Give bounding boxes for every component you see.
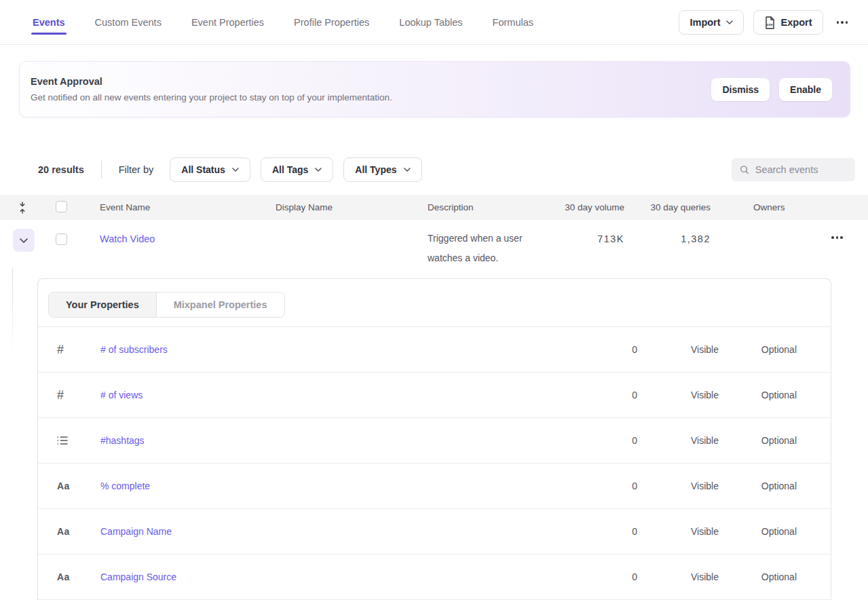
ellipsis-icon: [837, 21, 848, 24]
col-header-queries: 30 day queries: [624, 202, 711, 212]
property-volume: 0: [569, 344, 637, 355]
status-filter-dropdown[interactable]: All Status: [170, 157, 250, 182]
search-input[interactable]: [755, 164, 848, 175]
property-row: # # of views 0 Visible Optional: [38, 373, 831, 418]
tab-custom-events-label: Custom Events: [95, 17, 162, 28]
chevron-down-icon: [404, 168, 411, 172]
property-visibility: Visible: [637, 435, 719, 446]
property-requirement: Optional: [719, 390, 797, 400]
property-row: Aa % complete 0 Visible Optional: [38, 464, 831, 509]
collapse-all-cell[interactable]: [0, 202, 44, 214]
tags-filter-label: All Tags: [272, 164, 308, 175]
property-volume: 0: [569, 526, 637, 537]
active-tab-underline: [31, 33, 67, 35]
property-visibility: Visible: [637, 481, 719, 491]
property-row: Aa Campaign Name 0 Visible Optional: [38, 509, 831, 555]
text-type-icon: Aa: [38, 481, 100, 491]
row-expander-button[interactable]: [13, 229, 35, 252]
divider: [101, 161, 102, 179]
filter-bar: 20 results Filter by All Status All Tags…: [0, 157, 868, 182]
expanded-row-guide: [12, 269, 13, 357]
nav-actions: Import csv Export: [679, 10, 852, 35]
col-header-volume: 30 day volume: [556, 202, 624, 212]
import-button-label: Import: [690, 17, 720, 28]
table-header: Event Name Display Name Description 30 d…: [0, 195, 868, 220]
number-type-icon: #: [38, 343, 100, 357]
tab-event-properties[interactable]: Event Properties: [191, 0, 264, 44]
select-all-checkbox[interactable]: [56, 201, 67, 212]
svg-text:csv: csv: [766, 22, 773, 26]
property-requirement: Optional: [719, 481, 797, 491]
property-visibility: Visible: [637, 526, 719, 537]
col-header-owners: Owners: [711, 202, 812, 212]
types-filter-dropdown[interactable]: All Types: [343, 157, 421, 182]
chevron-down-icon: [726, 20, 733, 24]
table-row-watch-video: Watch Video Triggered when a user watche…: [0, 220, 868, 278]
list-type-icon: [38, 436, 100, 445]
tab-events[interactable]: Events: [33, 0, 65, 44]
property-name-link[interactable]: #hashtags: [100, 435, 145, 446]
filter-by-label: Filter by: [119, 164, 154, 175]
tab-formulas[interactable]: Formulas: [493, 0, 533, 44]
export-button[interactable]: csv Export: [753, 10, 823, 35]
properties-tabbar: Your Properties Mixpanel Properties: [38, 279, 831, 326]
description-cell: Triggered when a user watches a video.: [428, 229, 556, 268]
status-filter-label: All Status: [181, 164, 225, 175]
property-visibility: Visible: [637, 390, 719, 400]
properties-panel: Your Properties Mixpanel Properties # # …: [37, 278, 831, 600]
banner-description: Get notified on all new events entering …: [31, 92, 392, 102]
chevron-down-icon: [232, 168, 239, 172]
csv-file-icon: csv: [764, 16, 776, 29]
row-checkbox[interactable]: [56, 233, 67, 245]
properties-segmented-control: Your Properties Mixpanel Properties: [48, 292, 285, 318]
col-header-event-name: Event Name: [100, 202, 276, 212]
property-row: # # of subscribers 0 Visible Optional: [38, 327, 831, 373]
property-name-link[interactable]: Campaign Source: [100, 571, 176, 582]
property-name-link[interactable]: # of subscribers: [100, 344, 168, 355]
event-name-link[interactable]: Watch Video: [100, 233, 155, 244]
col-header-description: Description: [428, 202, 556, 212]
property-requirement: Optional: [719, 526, 797, 537]
chevron-down-icon: [315, 168, 322, 172]
property-requirement: Optional: [719, 435, 797, 446]
property-name-link[interactable]: # of views: [100, 390, 143, 400]
tab-custom-events[interactable]: Custom Events: [95, 0, 162, 44]
tab-formulas-label: Formulas: [493, 17, 533, 28]
results-count: 20 results: [38, 164, 84, 175]
tab-lookup-tables[interactable]: Lookup Tables: [399, 0, 462, 44]
row-more-menu-button[interactable]: [827, 236, 847, 239]
banner-text: Event Approval Get notified on all new e…: [20, 76, 392, 102]
queries-cell: 1,382: [624, 233, 711, 244]
property-name-link[interactable]: % complete: [100, 481, 150, 491]
import-button[interactable]: Import: [679, 10, 743, 35]
property-requirement: Optional: [719, 571, 797, 582]
dismiss-button[interactable]: Dismiss: [711, 78, 770, 101]
property-volume: 0: [569, 571, 637, 582]
tab-your-properties[interactable]: Your Properties: [49, 293, 157, 317]
tab-events-label: Events: [33, 17, 65, 28]
lexicon-events-page: Events Custom Events Event Properties Pr…: [0, 0, 868, 600]
text-type-icon: Aa: [38, 526, 100, 537]
more-menu-button[interactable]: [833, 10, 852, 35]
search-box: [732, 158, 855, 181]
search-icon: [740, 164, 749, 175]
property-visibility: Visible: [637, 571, 719, 582]
top-nav: Events Custom Events Event Properties Pr…: [0, 0, 868, 45]
tab-lookup-tables-label: Lookup Tables: [399, 17, 462, 28]
property-requirement: Optional: [719, 344, 797, 355]
nav-tabs: Events Custom Events Event Properties Pr…: [33, 0, 533, 44]
property-volume: 0: [569, 390, 637, 400]
banner-title: Event Approval: [31, 76, 392, 87]
property-name-link[interactable]: Campaign Name: [100, 526, 172, 537]
event-approval-banner: Event Approval Get notified on all new e…: [19, 61, 850, 117]
export-button-label: Export: [781, 17, 812, 28]
tab-mixpanel-properties[interactable]: Mixpanel Properties: [157, 293, 284, 317]
property-volume: 0: [569, 435, 637, 446]
tab-profile-properties-label: Profile Properties: [294, 17, 369, 28]
tags-filter-dropdown[interactable]: All Tags: [261, 157, 333, 182]
text-type-icon: Aa: [38, 571, 100, 582]
enable-button[interactable]: Enable: [779, 78, 832, 101]
tab-profile-properties[interactable]: Profile Properties: [294, 0, 369, 44]
property-volume: 0: [569, 481, 637, 491]
types-filter-label: All Types: [355, 164, 396, 175]
